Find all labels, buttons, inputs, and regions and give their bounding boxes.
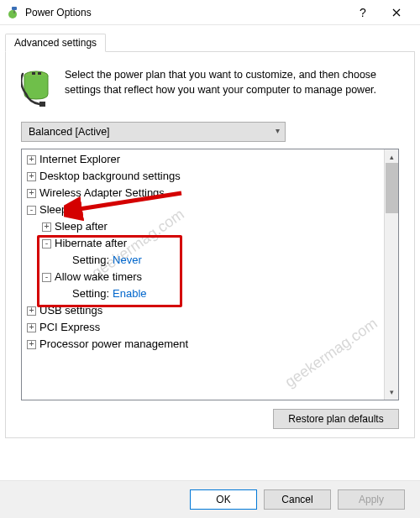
expand-icon[interactable]: +	[27, 306, 36, 316]
tree-item-sleep[interactable]: - Sleep	[24, 201, 382, 218]
tree-item-internet-explorer[interactable]: + Internet Explorer	[24, 151, 382, 168]
tree-label: Internet Explorer	[39, 151, 120, 168]
ok-button[interactable]: OK	[190, 489, 257, 510]
settings-tree[interactable]: + Internet Explorer + Desktop background…	[22, 149, 384, 400]
setting-allow-wake-timers[interactable]: Setting: Enable	[24, 285, 382, 302]
apply-button[interactable]: Apply	[338, 489, 405, 510]
close-button[interactable]	[380, 1, 413, 24]
svg-rect-1	[12, 7, 17, 10]
help-button[interactable]: ?	[346, 1, 380, 24]
tree-label: USB settings	[39, 302, 102, 319]
setting-key: Setting:	[72, 252, 109, 269]
tree-item-wireless-adapter[interactable]: + Wireless Adapter Settings	[24, 185, 382, 201]
tree-item-processor-power[interactable]: + Processor power management	[24, 336, 382, 353]
tab-strip: Advanced settings	[5, 30, 415, 52]
tree-label: PCI Express	[39, 319, 100, 336]
cancel-button[interactable]: Cancel	[264, 489, 331, 510]
collapse-icon[interactable]: -	[42, 239, 51, 249]
collapse-icon[interactable]: -	[42, 273, 51, 282]
intro-text: Select the power plan that you want to c…	[65, 67, 399, 110]
window-title: Power Options	[25, 7, 92, 18]
tree-item-desktop-background[interactable]: + Desktop background settings	[24, 168, 382, 185]
tree-label: Wireless Adapter Settings	[39, 185, 165, 201]
tree-item-sleep-after[interactable]: + Sleep after	[24, 218, 382, 235]
settings-tree-container: + Internet Explorer + Desktop background…	[21, 149, 399, 400]
expand-icon[interactable]: +	[27, 340, 36, 349]
intro-block: Select the power plan that you want to c…	[21, 67, 399, 110]
power-plan-dropdown[interactable]: Balanced [Active] ▾	[21, 122, 286, 142]
tree-item-hibernate-after[interactable]: - Hibernate after	[24, 235, 382, 252]
battery-icon	[21, 67, 55, 110]
tab-advanced-settings[interactable]: Advanced settings	[5, 34, 106, 52]
svg-rect-4	[38, 72, 41, 75]
setting-key: Setting:	[72, 285, 109, 302]
scroll-thumb[interactable]	[386, 163, 398, 213]
svg-point-0	[8, 10, 17, 18]
expand-icon[interactable]: +	[27, 155, 36, 165]
dialog-footer: OK Cancel Apply	[0, 480, 420, 518]
tree-label: Allow wake timers	[55, 269, 142, 285]
tree-label: Sleep after	[55, 218, 108, 235]
tree-item-allow-wake-timers[interactable]: - Allow wake timers	[24, 269, 382, 285]
expand-icon[interactable]: +	[27, 323, 36, 332]
tree-label: Processor power management	[39, 336, 188, 353]
setting-value[interactable]: Never	[113, 252, 142, 269]
chevron-down-icon: ▾	[276, 126, 280, 135]
collapse-icon[interactable]: -	[27, 206, 36, 215]
expand-icon[interactable]: +	[27, 189, 36, 198]
setting-value[interactable]: Enable	[113, 285, 146, 302]
restore-plan-defaults-button[interactable]: Restore plan defaults	[273, 409, 399, 429]
vertical-scrollbar[interactable]: ▴ ▾	[384, 149, 398, 400]
expand-icon[interactable]: +	[27, 172, 36, 181]
expand-icon[interactable]: +	[42, 222, 51, 232]
scroll-down-icon[interactable]: ▾	[390, 388, 394, 396]
tree-item-pci-express[interactable]: + PCI Express	[24, 319, 382, 336]
setting-hibernate-after[interactable]: Setting: Never	[24, 252, 382, 269]
tree-label: Desktop background settings	[39, 168, 181, 185]
power-plan-selected: Balanced [Active]	[29, 126, 110, 138]
scroll-up-icon[interactable]: ▴	[390, 153, 394, 161]
tree-label: Hibernate after	[55, 235, 127, 252]
svg-rect-3	[32, 72, 35, 75]
tree-label: Sleep	[39, 201, 67, 218]
titlebar: Power Options ?	[0, 0, 420, 25]
tree-item-usb-settings[interactable]: + USB settings	[24, 302, 382, 319]
power-options-icon	[7, 6, 20, 19]
svg-rect-5	[39, 102, 45, 107]
tab-pane: Select the power plan that you want to c…	[5, 52, 415, 438]
